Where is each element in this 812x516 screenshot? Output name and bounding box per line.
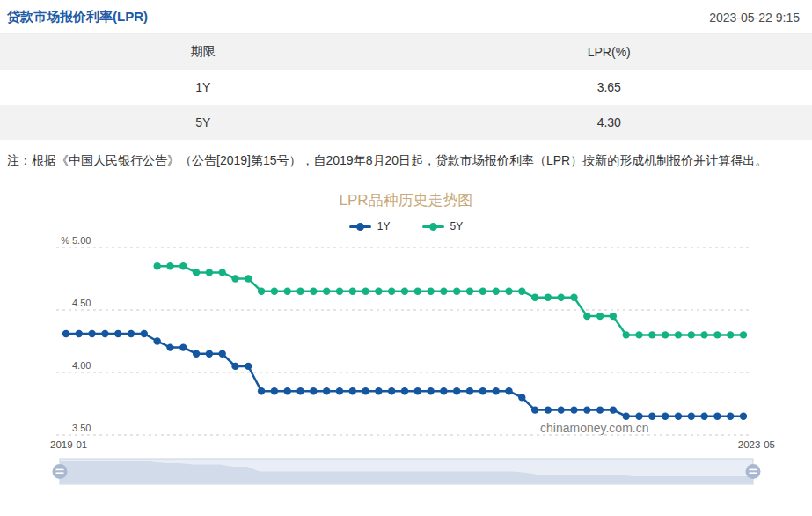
data-point-1Y[interactable]: [518, 394, 525, 401]
data-point-5Y[interactable]: [245, 275, 252, 282]
data-point-1Y[interactable]: [414, 387, 421, 394]
data-point-1Y[interactable]: [610, 406, 617, 413]
data-point-5Y[interactable]: [427, 288, 434, 295]
data-point-5Y[interactable]: [271, 288, 278, 295]
data-point-1Y[interactable]: [740, 413, 747, 420]
data-point-5Y[interactable]: [193, 269, 200, 276]
data-point-5Y[interactable]: [688, 331, 695, 338]
data-point-5Y[interactable]: [258, 288, 265, 295]
data-point-1Y[interactable]: [635, 413, 642, 420]
data-point-5Y[interactable]: [648, 331, 655, 338]
data-point-5Y[interactable]: [401, 288, 408, 295]
data-point-1Y[interactable]: [596, 406, 604, 413]
data-point-5Y[interactable]: [493, 288, 500, 295]
data-point-5Y[interactable]: [336, 288, 343, 295]
data-point-1Y[interactable]: [88, 330, 95, 337]
data-point-1Y[interactable]: [662, 413, 669, 420]
data-point-5Y[interactable]: [414, 288, 421, 295]
datazoom-handle-left[interactable]: [53, 464, 68, 479]
data-point-5Y[interactable]: [727, 331, 734, 338]
legend-item-1y[interactable]: 1Y: [349, 220, 391, 232]
data-point-5Y[interactable]: [635, 331, 642, 338]
data-point-1Y[interactable]: [427, 387, 434, 394]
data-point-5Y[interactable]: [440, 288, 447, 295]
data-point-5Y[interactable]: [740, 331, 747, 338]
data-point-1Y[interactable]: [375, 387, 382, 394]
data-point-1Y[interactable]: [231, 363, 238, 370]
data-point-1Y[interactable]: [648, 413, 655, 420]
data-point-5Y[interactable]: [558, 294, 565, 301]
data-point-1Y[interactable]: [700, 413, 707, 420]
data-point-5Y[interactable]: [310, 288, 317, 295]
data-point-1Y[interactable]: [179, 343, 187, 350]
data-point-1Y[interactable]: [545, 406, 552, 413]
data-point-1Y[interactable]: [570, 406, 577, 413]
data-point-1Y[interactable]: [219, 350, 226, 358]
data-point-1Y[interactable]: [440, 387, 447, 394]
data-point-1Y[interactable]: [284, 387, 291, 394]
data-point-1Y[interactable]: [362, 387, 369, 394]
data-point-1Y[interactable]: [310, 387, 317, 394]
data-point-5Y[interactable]: [623, 331, 630, 338]
data-point-5Y[interactable]: [453, 288, 460, 295]
data-point-5Y[interactable]: [284, 288, 291, 295]
data-point-1Y[interactable]: [258, 387, 265, 394]
data-point-1Y[interactable]: [453, 387, 460, 394]
data-point-5Y[interactable]: [596, 313, 604, 320]
data-point-1Y[interactable]: [688, 413, 695, 420]
data-point-1Y[interactable]: [493, 387, 500, 394]
data-point-5Y[interactable]: [700, 331, 707, 338]
data-point-1Y[interactable]: [675, 413, 682, 420]
data-point-1Y[interactable]: [101, 330, 108, 337]
data-point-5Y[interactable]: [675, 331, 682, 338]
data-point-1Y[interactable]: [466, 387, 473, 394]
data-point-1Y[interactable]: [505, 387, 512, 394]
data-point-5Y[interactable]: [531, 294, 538, 301]
data-point-5Y[interactable]: [505, 288, 512, 295]
data-point-1Y[interactable]: [114, 330, 121, 337]
data-point-1Y[interactable]: [323, 387, 330, 394]
data-point-5Y[interactable]: [545, 294, 552, 301]
data-point-1Y[interactable]: [349, 387, 356, 394]
data-point-1Y[interactable]: [296, 387, 304, 394]
data-point-5Y[interactable]: [166, 262, 173, 269]
data-point-5Y[interactable]: [296, 288, 304, 295]
data-point-1Y[interactable]: [623, 413, 630, 420]
data-point-5Y[interactable]: [231, 275, 238, 282]
data-point-1Y[interactable]: [336, 387, 343, 394]
data-point-1Y[interactable]: [713, 413, 721, 420]
data-point-5Y[interactable]: [662, 331, 669, 338]
data-point-5Y[interactable]: [583, 313, 590, 320]
data-point-1Y[interactable]: [727, 413, 734, 420]
data-point-5Y[interactable]: [388, 288, 395, 295]
data-point-5Y[interactable]: [466, 288, 473, 295]
data-point-1Y[interactable]: [141, 330, 148, 337]
data-point-1Y[interactable]: [271, 387, 278, 394]
data-point-5Y[interactable]: [570, 294, 577, 301]
data-point-1Y[interactable]: [583, 406, 590, 413]
data-point-1Y[interactable]: [193, 350, 200, 358]
data-point-1Y[interactable]: [388, 387, 395, 394]
data-point-1Y[interactable]: [558, 406, 565, 413]
lpr-history-chart-canvas[interactable]: 5.004.504.003.50%2019-012023-05chinamone…: [0, 234, 812, 456]
data-point-5Y[interactable]: [518, 288, 525, 295]
data-point-5Y[interactable]: [713, 331, 721, 338]
data-point-5Y[interactable]: [323, 288, 330, 295]
data-point-5Y[interactable]: [206, 269, 213, 276]
data-point-5Y[interactable]: [154, 262, 161, 269]
data-point-1Y[interactable]: [154, 337, 161, 344]
data-point-1Y[interactable]: [401, 387, 408, 394]
data-point-5Y[interactable]: [610, 313, 617, 320]
data-point-5Y[interactable]: [362, 288, 369, 295]
data-point-5Y[interactable]: [219, 269, 226, 276]
data-point-1Y[interactable]: [62, 330, 69, 337]
data-point-5Y[interactable]: [179, 262, 187, 269]
data-point-1Y[interactable]: [206, 350, 213, 358]
data-point-1Y[interactable]: [128, 330, 135, 337]
data-point-1Y[interactable]: [479, 387, 486, 394]
datazoom-slider[interactable]: [0, 456, 812, 491]
data-point-5Y[interactable]: [479, 288, 486, 295]
data-point-1Y[interactable]: [245, 363, 252, 370]
data-point-1Y[interactable]: [166, 343, 173, 350]
data-point-5Y[interactable]: [349, 288, 356, 295]
